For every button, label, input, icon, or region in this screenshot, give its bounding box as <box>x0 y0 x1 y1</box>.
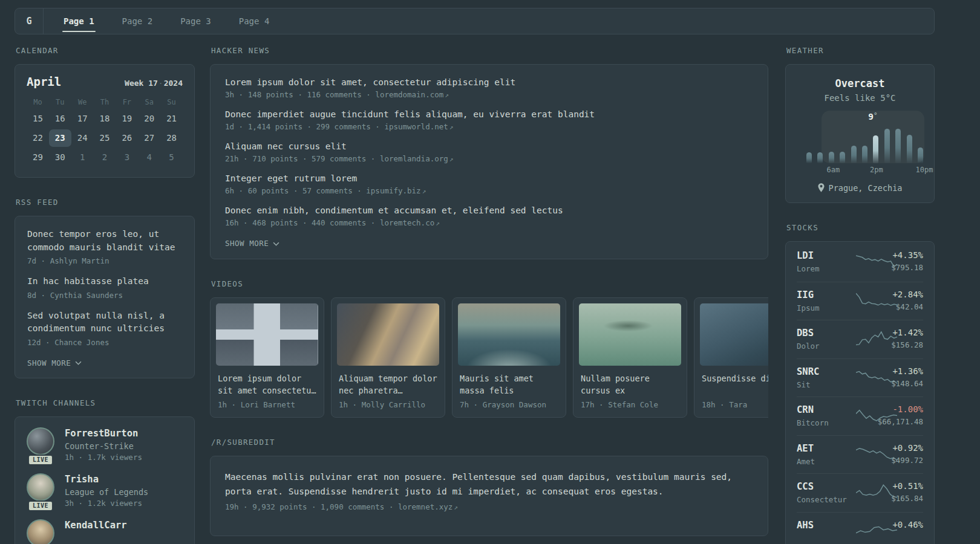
stock-change: +0.51% <box>891 481 923 491</box>
hn-story-domain-link[interactable]: loremtech.co↗ <box>380 218 440 227</box>
stock-price: $66,171.48 <box>878 417 923 426</box>
stock-name: Dolor <box>797 342 820 351</box>
video-thumbnail[interactable] <box>216 303 318 366</box>
video-thumbnail[interactable] <box>700 303 768 366</box>
calendar-weekday: Tu <box>49 94 71 110</box>
stock-row[interactable]: CRN Bitcorn -1.00% $66,171.48 <box>797 397 923 435</box>
stock-row[interactable]: SNRC Sit +1.36% $148.64 <box>797 358 923 397</box>
twitch-channel-row[interactable]: KendallCarr <box>27 519 183 544</box>
video-card[interactable]: Lorem ipsum dolor sit amet consectetu… 1… <box>210 297 324 418</box>
stock-change: +0.46% <box>892 520 923 529</box>
stock-name: Amet <box>797 457 815 466</box>
video-card[interactable]: Mauris sit amet massa felis 7h · Grayson… <box>452 297 566 418</box>
hn-story: Donec enim nibh, condimentum et accumsan… <box>225 206 753 227</box>
hn-story-domain-link[interactable]: ipsumify.biz↗ <box>366 186 426 195</box>
hn-story-domain-link[interactable]: ipsumworld.net↗ <box>384 122 453 131</box>
rss-show-more-button[interactable]: SHOW MORE <box>27 358 182 368</box>
video-meta: 18h · Tara <box>702 400 768 409</box>
reddit-post: Maecenas mollis pulvinar erat non posuer… <box>225 470 753 511</box>
hn-story-title[interactable]: Lorem ipsum dolor sit amet, consectetur … <box>225 77 753 87</box>
hn-show-more-label: SHOW MORE <box>225 239 269 248</box>
video-card[interactable]: Nullam posuere cursus ex 17h · Stefan Co… <box>573 297 687 418</box>
calendar-weekday: We <box>71 94 94 110</box>
page-tab[interactable]: Page 2 <box>115 8 160 34</box>
twitch-widget: LIVE ForrestBurton Counter-Strike 1h · 1… <box>15 416 195 544</box>
stock-row[interactable]: IIG Ipsum +2.84% $42.04 <box>797 282 923 320</box>
hn-story-meta: 1d · 1,414 points · 299 comments · ipsum… <box>225 122 753 131</box>
stock-symbol: SNRC <box>797 366 819 377</box>
hn-story-stats: 21h · 710 points · 579 comments · <box>225 154 375 163</box>
rss-header: RSS FEED <box>16 198 195 207</box>
rss-item-title[interactable]: In hac habitasse platea <box>27 275 182 288</box>
hn-story-title[interactable]: Aliquam nec cursus elit <box>225 141 753 151</box>
twitch-game[interactable]: League of Legends <box>65 487 148 497</box>
twitch-channel-row[interactable]: LIVE Trisha League of Legends 3h · 1.2k … <box>27 473 183 508</box>
stock-row[interactable]: LDI Lorem +4.35% $795.18 <box>797 243 923 282</box>
weather-hour-bar <box>851 146 857 163</box>
page-tab[interactable]: Page 1 <box>56 8 102 34</box>
weather-time-labels: 6am2pm10pm <box>806 166 923 175</box>
calendar-day: 1 <box>71 149 94 166</box>
reddit-post-domain-link[interactable]: loremnet.xyz↗ <box>398 502 458 511</box>
stock-row[interactable]: DBS Dolor +1.42% $156.28 <box>797 320 923 358</box>
page-tab[interactable]: Page 3 <box>173 8 218 34</box>
video-title[interactable]: Mauris sit amet massa felis <box>460 372 558 397</box>
hn-story-meta: 6h · 60 points · 57 comments · ipsumify.… <box>225 186 753 195</box>
weather-hour-bar <box>895 129 901 163</box>
stock-name: Consectetur <box>797 495 847 504</box>
video-card[interactable]: Suspendisse diam 18h · Tara <box>694 297 768 418</box>
twitch-channel-row[interactable]: LIVE ForrestBurton Counter-Strike 1h · 1… <box>27 427 183 462</box>
reddit-post-title[interactable]: Maecenas mollis pulvinar erat non posuer… <box>225 470 753 499</box>
hn-story-title[interactable]: Donec imperdiet augue tincidunt felis al… <box>225 109 753 119</box>
video-title[interactable]: Lorem ipsum dolor sit amet consectetu… <box>218 372 316 397</box>
weather-chart: 9° <box>806 111 923 163</box>
stock-row[interactable]: AET Amet +0.92% $499.72 <box>797 435 923 474</box>
external-link-icon: ↗ <box>449 155 454 163</box>
twitch-viewers: 3h · 1.2k viewers <box>65 499 148 508</box>
rss-item: In hac habitasse platea 8d · Cynthia Sau… <box>27 275 182 300</box>
twitch-channel-name[interactable]: KendallCarr <box>65 520 127 531</box>
video-title[interactable]: Suspendisse diam <box>702 372 768 397</box>
stock-id: LDI Lorem <box>797 250 820 273</box>
hn-story-domain-link[interactable]: loremdomain.com↗ <box>375 90 449 99</box>
calendar-section: CALENDAR April Week 17·2024 MoTuWeThFrSa… <box>15 46 195 178</box>
calendar-day: 29 <box>27 149 49 166</box>
video-thumbnail[interactable] <box>458 303 560 366</box>
page-tabs: Page 1 Page 2 Page 3 Page 4 <box>44 8 283 34</box>
calendar-day: 21 <box>160 110 183 128</box>
twitch-channel-name[interactable]: Trisha <box>65 474 148 485</box>
rss-item-title[interactable]: Donec tempor eros leo, ut commodo mauris… <box>27 228 182 254</box>
video-title[interactable]: Nullam posuere cursus ex <box>581 372 679 397</box>
calendar-weekday: Mo <box>27 94 49 110</box>
video-thumbnail[interactable] <box>337 303 439 366</box>
page-tab[interactable]: Page 4 <box>232 8 277 34</box>
rss-item-title[interactable]: Sed volutpat nulla nisl, a condimentum n… <box>27 309 182 335</box>
hn-story-title[interactable]: Integer eget rutrum lorem <box>225 173 753 183</box>
hn-story-domain-link[interactable]: loremlandia.org↗ <box>380 154 454 163</box>
video-thumbnail[interactable] <box>579 303 681 366</box>
stock-name: Bitcorn <box>797 418 829 427</box>
weather-hour-bar <box>873 135 878 163</box>
hn-show-more-button[interactable]: SHOW MORE <box>225 239 753 248</box>
twitch-channel-name[interactable]: ForrestBurton <box>65 428 142 439</box>
stock-row[interactable]: CCS Consectetur +0.51% $165.84 <box>797 473 923 512</box>
stock-row[interactable]: AHS +0.46% <box>797 512 923 544</box>
stock-values: +0.46% <box>892 520 923 529</box>
location-pin-icon <box>818 183 825 192</box>
twitch-game[interactable]: Counter-Strike <box>65 441 142 451</box>
twitch-channel-info: ForrestBurton Counter-Strike 1h · 1.7k v… <box>65 427 142 462</box>
stock-name: Lorem <box>797 264 820 273</box>
calendar-day: 30 <box>49 149 71 166</box>
calendar-day: 25 <box>94 129 116 147</box>
calendar-weekday-row: MoTuWeThFrSaSu <box>27 94 183 110</box>
hn-story-stats: 3h · 148 points · 116 comments · <box>225 90 371 99</box>
app-logo[interactable]: G <box>15 8 44 34</box>
twitch-channel-info: KendallCarr <box>65 519 127 544</box>
video-card[interactable]: Aliquam tempor dolor nec pharetra… 1h · … <box>331 297 445 418</box>
videos-header: VIDEOS <box>211 279 768 288</box>
video-title[interactable]: Aliquam tempor dolor nec pharetra… <box>339 372 437 397</box>
weather-bars <box>806 129 923 163</box>
calendar-header: CALENDAR <box>16 46 195 55</box>
calendar-day: 5 <box>160 149 183 166</box>
hn-story-title[interactable]: Donec enim nibh, condimentum et accumsan… <box>225 206 753 215</box>
